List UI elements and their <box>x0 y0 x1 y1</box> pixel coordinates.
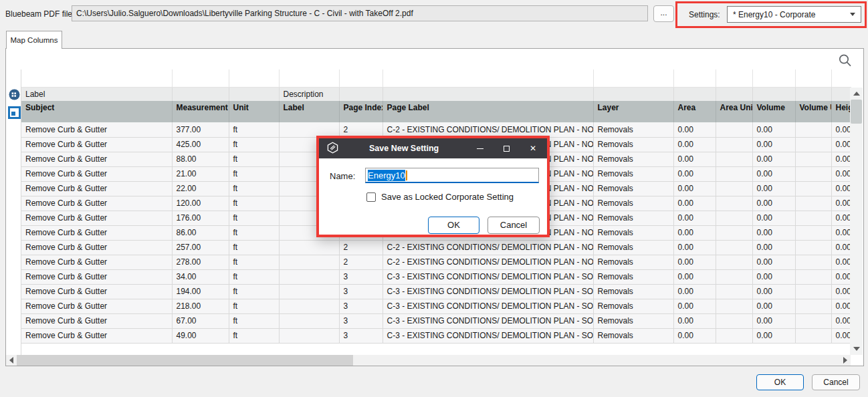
cell-subject[interactable]: Remove Curb & Gutter <box>21 255 172 269</box>
locked-corporate-checkbox[interactable] <box>366 192 376 202</box>
cell-area[interactable]: 0.00 <box>673 269 716 284</box>
scroll-down-arrow-icon[interactable] <box>853 347 860 351</box>
cell-layer[interactable]: Removals <box>593 328 673 343</box>
column-header-page_label[interactable]: Page Label <box>383 101 593 122</box>
cell-page_index[interactable]: 3 <box>339 313 383 328</box>
cell-area_unit[interactable] <box>716 152 752 166</box>
cell-subject[interactable]: Remove Curb & Gutter <box>21 137 172 152</box>
cell-label[interactable] <box>279 255 339 269</box>
cell-unit[interactable]: ft <box>229 225 279 240</box>
cell-area[interactable]: 0.00 <box>673 166 716 181</box>
cell-layer[interactable]: Removals <box>593 225 673 240</box>
cell-area[interactable]: 0.00 <box>673 122 716 137</box>
cell-area_unit[interactable] <box>716 313 752 328</box>
cell-volume_unit[interactable] <box>795 211 831 225</box>
cell-subject[interactable]: Remove Curb & Gutter <box>21 269 172 284</box>
cell-height[interactable]: 0.00 <box>831 122 851 137</box>
cell-area_unit[interactable] <box>716 284 752 299</box>
cell-area_unit[interactable] <box>716 269 752 284</box>
filter-cell-subject[interactable] <box>21 70 172 87</box>
column-header-volume[interactable]: Volume <box>752 101 795 122</box>
mapping-cell-volume[interactable] <box>752 87 795 101</box>
cell-height[interactable]: 0.00 <box>831 196 851 211</box>
cell-area_unit[interactable] <box>716 328 752 343</box>
cell-measurement[interactable]: 218.00 <box>172 299 229 313</box>
cell-area[interactable]: 0.00 <box>673 211 716 225</box>
cell-volume_unit[interactable] <box>795 196 831 211</box>
cell-unit[interactable]: ft <box>229 284 279 299</box>
column-header-subject[interactable]: Subject <box>21 101 172 122</box>
cell-area_unit[interactable] <box>716 137 752 152</box>
filter-cell-measurement[interactable] <box>172 70 229 87</box>
cell-height[interactable]: 0.00 <box>831 211 851 225</box>
cell-label[interactable] <box>279 122 339 137</box>
cell-measurement[interactable]: 22.00 <box>172 181 229 196</box>
cell-volume[interactable]: 0.00 <box>752 122 795 137</box>
cell-unit[interactable]: ft <box>229 240 279 255</box>
cancel-button[interactable]: Cancel <box>812 374 860 390</box>
cell-page_index[interactable]: 3 <box>339 299 383 313</box>
cell-page_label[interactable]: C-3 - EXISTING CONDITIONS/ DEMOLITION PL… <box>383 299 593 313</box>
table-row[interactable]: Remove Curb & Gutter377.00ft2C-2 - EXIST… <box>21 122 851 137</box>
mapping-cell-label[interactable]: Description <box>279 87 339 101</box>
cell-height[interactable]: 0.00 <box>831 181 851 196</box>
cell-label[interactable] <box>279 299 339 313</box>
table-row[interactable]: Remove Curb & Gutter218.00ft3C-3 - EXIST… <box>21 299 851 313</box>
cell-layer[interactable]: Removals <box>593 269 673 284</box>
horizontal-scrollbar-thumb[interactable] <box>17 355 353 366</box>
cell-unit[interactable]: ft <box>229 211 279 225</box>
cell-height[interactable]: 0.00 <box>831 166 851 181</box>
cell-unit[interactable]: ft <box>229 152 279 166</box>
cell-subject[interactable]: Remove Curb & Gutter <box>21 313 172 328</box>
table-row[interactable]: Remove Curb & Gutter257.00ft2C-2 - EXIST… <box>21 240 851 255</box>
cell-measurement[interactable]: 278.00 <box>172 255 229 269</box>
mapping-cell-page_index[interactable] <box>339 87 383 101</box>
cell-layer[interactable]: Removals <box>593 122 673 137</box>
mapping-cell-area[interactable] <box>673 87 716 101</box>
minimize-icon[interactable] <box>477 148 483 149</box>
cell-volume_unit[interactable] <box>795 137 831 152</box>
cell-page_label[interactable]: C-2 - EXISTING CONDITIONS/ DEMOLITION PL… <box>383 122 593 137</box>
column-header-area[interactable]: Area <box>673 101 716 122</box>
cell-label[interactable] <box>279 269 339 284</box>
cell-volume[interactable]: 0.00 <box>752 299 795 313</box>
cell-height[interactable]: 0.00 <box>831 137 851 152</box>
cell-measurement[interactable]: 425.00 <box>172 137 229 152</box>
settings-dropdown[interactable]: * Energy10 - Corporate <box>727 6 861 23</box>
cell-subject[interactable]: Remove Curb & Gutter <box>21 328 172 343</box>
cell-page_index[interactable]: 2 <box>339 240 383 255</box>
cell-unit[interactable]: ft <box>229 181 279 196</box>
cell-volume_unit[interactable] <box>795 225 831 240</box>
cell-label[interactable] <box>279 328 339 343</box>
cell-volume[interactable]: 0.00 <box>752 196 795 211</box>
mapping-cell-page_label[interactable] <box>383 87 593 101</box>
cell-area_unit[interactable] <box>716 196 752 211</box>
scroll-up-arrow-icon[interactable] <box>853 92 860 96</box>
cell-area[interactable]: 0.00 <box>673 152 716 166</box>
cell-measurement[interactable]: 194.00 <box>172 284 229 299</box>
scroll-left-arrow-icon[interactable] <box>9 357 13 364</box>
filter-cell-area_unit[interactable] <box>716 70 752 87</box>
cell-area[interactable]: 0.00 <box>673 255 716 269</box>
cell-height[interactable]: 0.00 <box>831 299 851 313</box>
cell-subject[interactable]: Remove Curb & Gutter <box>21 240 172 255</box>
table-row[interactable]: Remove Curb & Gutter49.00ft3C-3 - EXISTI… <box>21 328 851 343</box>
cell-volume[interactable]: 0.00 <box>752 284 795 299</box>
cell-subject[interactable]: Remove Curb & Gutter <box>21 122 172 137</box>
cell-volume[interactable]: 0.00 <box>752 152 795 166</box>
cell-page_label[interactable]: C-3 - EXISTING CONDITIONS/ DEMOLITION PL… <box>383 313 593 328</box>
cell-area[interactable]: 0.00 <box>673 313 716 328</box>
cell-area[interactable]: 0.00 <box>673 181 716 196</box>
cell-page_label[interactable]: C-3 - EXISTING CONDITIONS/ DEMOLITION PL… <box>383 284 593 299</box>
column-header-height[interactable]: Heig <box>831 101 851 122</box>
filter-cell-volume_unit[interactable] <box>795 70 831 87</box>
cell-measurement[interactable]: 21.00 <box>172 166 229 181</box>
search-icon[interactable] <box>837 53 853 70</box>
filter-cell-height[interactable] <box>831 70 851 87</box>
filter-cell-page_label[interactable] <box>383 70 593 87</box>
cell-measurement[interactable]: 120.00 <box>172 196 229 211</box>
cell-unit[interactable]: ft <box>229 196 279 211</box>
cell-subject[interactable]: Remove Curb & Gutter <box>21 211 172 225</box>
column-header-measurement[interactable]: Measurement <box>172 101 229 122</box>
tab-map-columns[interactable]: Map Columns <box>6 31 62 49</box>
